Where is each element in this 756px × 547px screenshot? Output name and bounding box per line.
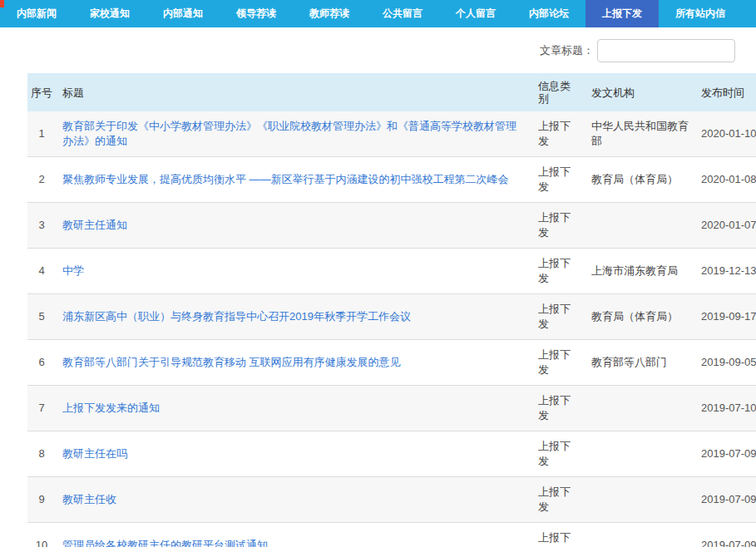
row-type: 上报下发	[531, 203, 585, 249]
nav-item-4[interactable]: 教师荐读	[293, 0, 366, 27]
row-index: 7	[27, 386, 56, 431]
article-link[interactable]: 聚焦教师专业发展，提高优质均衡水平 ——新区举行基于内涵建设的初中强校工程第二次…	[62, 173, 509, 185]
article-link[interactable]: 教研主任收	[62, 493, 116, 505]
row-date: 2019-07-09	[698, 431, 756, 477]
row-org	[585, 431, 698, 477]
article-link[interactable]: 教育部等八部门关于引导规范教育移动 互联网应用有序健康发展的意见	[62, 356, 401, 368]
row-type: 上报下发	[531, 157, 585, 203]
header-title: 标题	[56, 73, 531, 111]
row-type: 上报下发	[531, 386, 585, 431]
article-link[interactable]: 教育部关于印发《中小学教材管理办法》《职业院校教材管理办法》和《普通高等学校教材…	[62, 120, 516, 147]
table-row: 3 教研主任通知 上报下发 2020-01-07	[27, 203, 756, 249]
header-no: 序号	[27, 73, 56, 111]
nav-item-9[interactable]: 所有站内信	[659, 0, 742, 27]
row-date: 2020-01-07	[698, 203, 756, 249]
article-link[interactable]: 上报下发发来的通知	[62, 402, 160, 414]
row-org	[585, 477, 698, 523]
row-index: 9	[27, 477, 56, 523]
row-index: 10	[27, 523, 56, 547]
notice-table: 序号 标题 信息类别 发文机构 发布时间 1 教育部关于印发《中小学教材管理办法…	[27, 73, 756, 547]
table-row: 2 聚焦教师专业发展，提高优质均衡水平 ——新区举行基于内涵建设的初中强校工程第…	[27, 157, 756, 203]
table-row: 8 教研主任在吗 上报下发 2019-07-09	[27, 431, 756, 477]
nav-item-6[interactable]: 个人留言	[439, 0, 512, 27]
nav-item-5[interactable]: 公共留言	[366, 0, 439, 27]
row-date: 2020-01-08	[698, 157, 756, 203]
row-index: 5	[27, 294, 56, 340]
header-org: 发文机构	[585, 73, 698, 111]
row-index: 3	[27, 203, 56, 249]
article-link[interactable]: 管理员给各校教研主任的教研平台测试通知	[62, 539, 268, 547]
nav-item-7[interactable]: 内部论坛	[512, 0, 586, 27]
row-org: 教育部等八部门	[585, 340, 698, 386]
table-row: 7 上报下发发来的通知 上报下发 2019-07-10	[27, 386, 756, 431]
corner-badge	[0, 0, 4, 7]
table-row: 9 教研主任收 上报下发 2019-07-09	[27, 477, 756, 523]
row-org	[585, 523, 698, 547]
nav-item-3[interactable]: 领导荐读	[220, 0, 293, 27]
row-type: 上报下发	[531, 111, 585, 157]
row-type: 上报下发	[531, 477, 585, 523]
article-link[interactable]: 中学	[62, 264, 84, 277]
row-org: 中华人民共和国教育部	[585, 111, 698, 157]
table-header-row: 序号 标题 信息类别 发文机构 发布时间	[27, 73, 756, 111]
row-date: 2019-07-09	[698, 523, 756, 547]
row-date: 2019-12-13	[698, 249, 756, 294]
table-row: 5 浦东新区高中（职业）与终身教育指导中心召开2019年秋季开学工作会议 上报下…	[27, 294, 756, 340]
table-row: 4 中学 上报下发 上海市浦东教育局 2019-12-13	[27, 249, 756, 294]
table-row: 10 管理员给各校教研主任的教研平台测试通知 上报下发 2019-07-09	[27, 523, 756, 547]
row-org: 教育局（体育局）	[585, 294, 698, 340]
header-date: 发布时间	[698, 73, 756, 111]
article-title-input[interactable]	[597, 39, 735, 62]
row-index: 6	[27, 340, 56, 386]
row-index: 8	[27, 431, 56, 477]
row-type: 上报下发	[531, 431, 585, 477]
row-index: 1	[27, 111, 56, 157]
header-type: 信息类别	[531, 73, 585, 111]
nav-item-1[interactable]: 家校通知	[73, 0, 146, 27]
row-type: 上报下发	[531, 249, 585, 294]
row-date: 2020-01-10	[698, 111, 756, 157]
row-org	[585, 386, 698, 431]
nav-item-8[interactable]: 上报下发	[586, 0, 659, 27]
row-org: 上海市浦东教育局	[585, 249, 698, 294]
row-index: 2	[27, 157, 56, 203]
row-type: 上报下发	[531, 294, 585, 340]
row-date: 2019-09-17	[698, 294, 756, 340]
row-date: 2019-07-10	[698, 386, 756, 431]
row-date: 2019-09-05	[698, 340, 756, 386]
nav-item-0[interactable]: 内部新闻	[0, 0, 73, 27]
nav-item-2[interactable]: 内部通知	[146, 0, 220, 27]
article-link[interactable]: 浦东新区高中（职业）与终身教育指导中心召开2019年秋季开学工作会议	[62, 310, 411, 323]
top-nav: 内部新闻家校通知内部通知领导荐读教师荐读公共留言个人留言内部论坛上报下发所有站内…	[0, 0, 756, 27]
article-link[interactable]: 教研主任在吗	[62, 447, 127, 460]
search-label: 文章标题：	[540, 43, 594, 58]
table-row: 1 教育部关于印发《中小学教材管理办法》《职业院校教材管理办法》和《普通高等学校…	[27, 111, 756, 157]
row-index: 4	[27, 249, 56, 294]
article-link[interactable]: 教研主任通知	[62, 219, 127, 231]
row-org	[585, 203, 698, 249]
row-date: 2019-07-09	[698, 477, 756, 523]
row-type: 上报下发	[531, 523, 585, 547]
search-bar: 文章标题：	[0, 39, 735, 62]
row-org: 教育局（体育局）	[585, 157, 698, 203]
table-row: 6 教育部等八部门关于引导规范教育移动 互联网应用有序健康发展的意见 上报下发 …	[27, 340, 756, 386]
row-type: 上报下发	[531, 340, 585, 386]
